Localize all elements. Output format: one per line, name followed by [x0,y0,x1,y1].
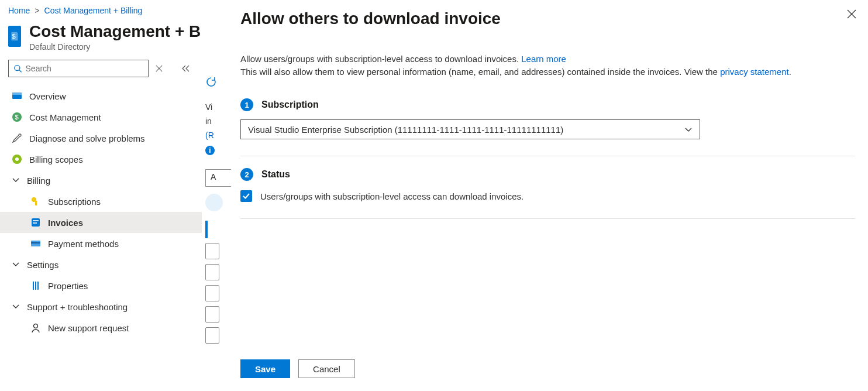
cancel-button[interactable]: Cancel [298,359,355,378]
allow-download-panel: Allow others to download invoice Allow u… [231,0,868,391]
nav-group-support[interactable]: Support + troubleshooting [0,296,202,317]
obscured-row [205,327,219,344]
nav-billing-scopes[interactable]: Billing scopes [0,149,202,170]
chevron-down-icon [12,176,20,186]
nav-diagnose-label: Diagnose and solve problems [29,133,145,143]
svg-text:$: $ [15,114,19,121]
search-row [0,56,202,83]
svg-rect-13 [35,201,37,205]
nav-group-settings-label: Settings [27,260,58,270]
nav-new-support-label: New support request [48,323,129,333]
properties-icon [30,280,41,291]
check-icon [242,192,250,200]
allow-download-checkbox-label: Users/groups with subscription-level acc… [260,191,523,201]
step-1-badge: 1 [240,98,253,111]
nav-new-support[interactable]: New support request [0,317,202,338]
obscured-row [205,243,219,259]
diagnose-icon [12,133,22,143]
nav-payment-methods[interactable]: Payment methods [0,233,202,254]
search-input[interactable] [26,64,143,73]
step-2-title: Status [261,169,290,180]
nav-group-billing[interactable]: Billing [0,170,202,191]
chevron-right-icon: > [35,6,39,15]
chevron-down-icon [12,302,20,312]
obscured-row [205,285,219,301]
nav-billing-scopes-label: Billing scopes [29,155,83,164]
nav-invoices-label: Invoices [48,218,83,228]
svg-rect-21 [37,282,39,290]
help-text: Allow users/groups with subscription-lev… [240,53,855,78]
help-text-1: Allow users/groups with subscription-lev… [240,54,521,64]
panel-body: Allow users/groups with subscription-lev… [240,53,855,349]
svg-rect-15 [33,220,39,221]
learn-more-link[interactable]: Learn more [521,54,566,64]
page-subtitle: Default Directory [29,42,202,52]
svg-point-2 [15,66,20,71]
nav-group-billing-label: Billing [27,176,50,186]
search-icon [13,64,22,73]
cost-management-icon: $ [12,112,22,122]
billing-icon: $ [8,26,21,47]
breadcrumb-section[interactable]: Cost Management + Billing [44,6,143,15]
nav-subscriptions[interactable]: Subscriptions [0,191,202,212]
svg-rect-20 [35,282,36,290]
obscured-text: Vi [202,100,231,114]
nav-payment-methods-label: Payment methods [48,239,119,249]
key-icon [30,196,41,207]
obscured-row [205,306,219,323]
subscription-select-value: Visual Studio Enterprise Subscription (1… [248,125,563,135]
step-1-header: 1 Subscription [240,98,855,111]
nav-subscriptions-label: Subscriptions [48,197,101,207]
selected-row-indicator [205,221,208,238]
invoice-icon [30,217,41,228]
refresh-icon [205,76,217,88]
privacy-statement-link[interactable]: privacy statement [720,67,789,77]
obscured-link[interactable]: (R [202,128,231,142]
step-2-badge: 2 [240,168,253,181]
allow-download-checkbox-row: Users/groups with subscription-level acc… [240,190,855,202]
step-1-title: Subscription [261,100,319,110]
billing-scopes-icon [12,154,22,164]
obscured-row [205,264,219,280]
help-text-2: This will also allow them to view person… [240,67,720,77]
step-2-header: 2 Status [240,168,855,181]
nav-overview[interactable]: Overview [0,85,202,107]
nav-cost-management[interactable]: $ Cost Management [0,107,202,128]
payment-icon [30,238,41,249]
svg-line-3 [19,70,22,73]
obscured-text: A [205,169,231,187]
svg-rect-19 [33,282,34,290]
nav-cost-management-label: Cost Management [29,112,101,122]
info-icon: i [205,146,215,155]
subscription-select[interactable]: Visual Studio Enterprise Subscription (1… [240,119,700,139]
svg-rect-18 [31,242,40,243]
nav-group-support-label: Support + troubleshooting [27,302,128,312]
svg-rect-7 [12,92,22,95]
left-nav-column: Home > Cost Management + Billing $ Cost … [0,0,202,391]
clear-search-button[interactable] [153,63,165,74]
svg-point-11 [15,157,19,161]
support-icon [30,323,41,333]
nav-diagnose[interactable]: Diagnose and solve problems [0,128,202,149]
save-button[interactable]: Save [240,359,290,378]
search-input-wrapper[interactable] [8,60,149,77]
svg-text:$: $ [12,33,15,40]
nav-invoices[interactable]: Invoices [0,212,202,233]
divider [240,218,855,219]
overview-icon [12,91,22,101]
nav-properties-label: Properties [48,281,88,291]
chevron-down-icon [684,125,693,133]
close-button[interactable] [847,9,856,20]
breadcrumb-home[interactable]: Home [8,6,30,15]
panel-title: Allow others to download invoice [240,9,855,28]
nav-properties[interactable]: Properties [0,275,202,296]
close-icon [847,9,856,19]
svg-point-22 [34,324,38,328]
nav-overview-label: Overview [29,91,66,101]
nav-group-settings[interactable]: Settings [0,254,202,275]
allow-download-checkbox[interactable] [240,190,252,202]
collapse-nav-button[interactable] [180,63,192,74]
breadcrumb: Home > Cost Management + Billing [0,0,202,19]
panel-footer: Save Cancel [240,349,855,391]
page-title-bar: $ Cost Management + Billing Default Dire… [0,19,202,56]
